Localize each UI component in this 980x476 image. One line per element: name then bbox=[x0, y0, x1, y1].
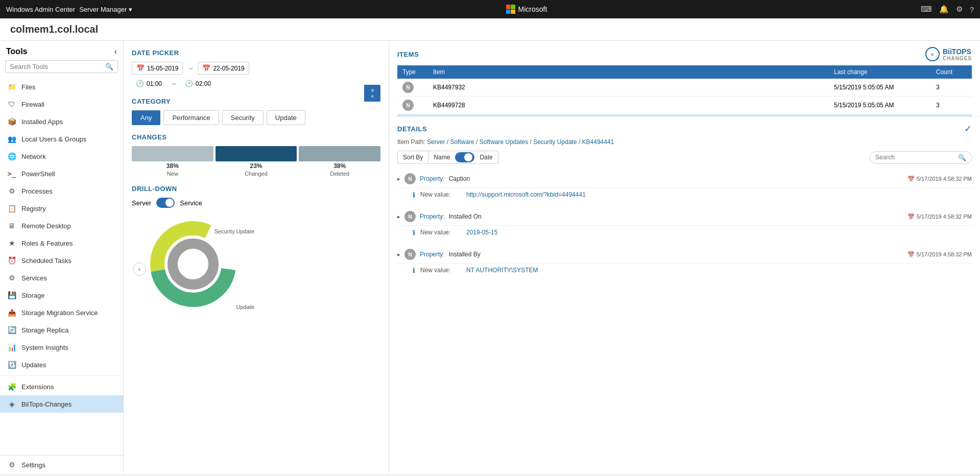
info-icon-caption: ℹ bbox=[413, 191, 415, 199]
sidebar-item-biitops[interactable]: ◈ BiiTops-Changes bbox=[0, 395, 123, 413]
change-item-header-caption: ▸ N Property: Caption 📅 5/17/2019 4:58:3… bbox=[397, 170, 972, 188]
sort-name-option[interactable]: Name bbox=[428, 151, 455, 163]
help-icon[interactable]: ? bbox=[970, 5, 974, 14]
sidebar-item-storage-migration[interactable]: 📤 Storage Migration Service bbox=[0, 304, 123, 321]
items-table-wrapper: Type Item Last change Count N KB4497932 … bbox=[397, 65, 972, 116]
biitops-sidebar-tab[interactable]: ≡ ≡ bbox=[364, 85, 380, 102]
change-item-installed-by: ▸ N Property: Installed By 📅 5/17/2019 4… bbox=[397, 246, 972, 277]
terminal-icon[interactable]: ⌨ bbox=[921, 5, 932, 14]
details-search-box[interactable]: 🔍 bbox=[870, 151, 972, 164]
new-value-label-installed-by: New value: bbox=[420, 267, 461, 274]
sidebar-item-roles-features[interactable]: ★ Roles & Features bbox=[0, 234, 123, 252]
calendar-from-icon: 📅 bbox=[136, 64, 145, 72]
storage-replica-icon: 🔄 bbox=[7, 326, 16, 334]
path-sep-2: / bbox=[476, 138, 480, 146]
path-software[interactable]: Software bbox=[450, 138, 474, 146]
category-performance-button[interactable]: Performance bbox=[163, 110, 219, 125]
table-row[interactable]: N KB4497932 5/15/2019 5:05:05 AM 3 bbox=[397, 79, 972, 97]
sidebar-item-network[interactable]: 🌐 Network bbox=[0, 148, 123, 165]
sidebar-item-local-users[interactable]: 👥 Local Users & Groups bbox=[0, 130, 123, 148]
table-row[interactable]: N KB4499728 5/15/2019 5:05:05 AM 3 bbox=[397, 97, 972, 114]
sidebar-item-firewall[interactable]: 🛡 Firewall bbox=[0, 96, 123, 113]
sidebar: Tools ‹ 🔍 📁 Files 🛡 Firewall 📦 Installed… bbox=[0, 41, 124, 474]
donut-prev-button[interactable]: ‹ bbox=[133, 263, 146, 276]
details-search-icon[interactable]: 🔍 bbox=[958, 154, 966, 161]
details-search-input[interactable] bbox=[875, 154, 955, 161]
system-insights-icon: 📊 bbox=[7, 343, 16, 351]
change-arrow-installed-by[interactable]: ▸ bbox=[397, 251, 400, 258]
microsoft-logo bbox=[506, 5, 515, 14]
change-changed-label: Changed bbox=[245, 171, 268, 177]
change-date-installed-by: 📅 5/17/2019 4:58:32 PM bbox=[907, 251, 972, 258]
sidebar-title: Tools bbox=[6, 47, 27, 56]
biitops-tab-icon: ≡ bbox=[370, 89, 375, 92]
from-time-box[interactable]: 🕐 01:00 bbox=[132, 78, 166, 89]
sidebar-item-label: Storage Migration Service bbox=[21, 309, 98, 317]
type-badge: N bbox=[402, 82, 414, 93]
sidebar-item-label: Remote Desktop bbox=[21, 222, 71, 230]
sidebar-item-label: System Insights bbox=[21, 344, 68, 351]
sort-date-option[interactable]: Date bbox=[474, 151, 497, 163]
bell-icon[interactable]: 🔔 bbox=[939, 5, 949, 14]
path-kb[interactable]: KB4494441 bbox=[582, 138, 614, 146]
biitops-brand: ≡ BiiTOPS CHANGES bbox=[925, 47, 972, 61]
category-update-button[interactable]: Update bbox=[267, 110, 305, 125]
biitops-icon: ◈ bbox=[7, 400, 16, 408]
search-icon[interactable]: 🔍 bbox=[105, 63, 113, 70]
change-arrow-caption[interactable]: ▸ bbox=[397, 176, 400, 182]
change-type-badge-installed-on: N bbox=[404, 211, 416, 222]
drilldown-toggle[interactable] bbox=[156, 198, 175, 208]
services-icon: ⚙ bbox=[7, 274, 16, 282]
from-date-value: 15-05-2019 bbox=[147, 65, 178, 72]
server-manager-button[interactable]: Server Manager ▾ bbox=[79, 6, 132, 13]
from-date-box[interactable]: 📅 15-05-2019 bbox=[132, 62, 183, 75]
to-date-box[interactable]: 📅 22-05-2019 bbox=[198, 62, 249, 75]
change-date-value-installed-by: 5/17/2019 4:58:32 PM bbox=[917, 251, 972, 257]
details-header: DETAILS ✓ bbox=[397, 123, 972, 134]
path-security-update[interactable]: Security Update bbox=[533, 138, 577, 146]
to-time-box[interactable]: 🕑 02:00 bbox=[181, 78, 215, 89]
sidebar-item-registry[interactable]: 📋 Registry bbox=[0, 200, 123, 217]
category-any-button[interactable]: Any bbox=[132, 110, 160, 125]
topbar-right: ⌨ 🔔 ⚙ ? bbox=[921, 5, 974, 14]
sidebar-item-extensions[interactable]: 🧩 Extensions bbox=[0, 378, 123, 395]
change-deleted-label: Deleted bbox=[330, 171, 349, 177]
to-date-value: 22-05-2019 bbox=[213, 65, 244, 72]
sidebar-search-box[interactable]: 🔍 bbox=[5, 60, 118, 73]
settings-icon[interactable]: ⚙ bbox=[956, 5, 963, 14]
settings-item[interactable]: ⚙ Settings bbox=[0, 455, 123, 474]
local-users-icon: 👥 bbox=[7, 135, 16, 143]
path-software-updates[interactable]: Software Updates bbox=[480, 138, 528, 146]
search-input[interactable] bbox=[10, 63, 102, 70]
change-property-value-installed-by: Installed By bbox=[449, 251, 481, 258]
sidebar-item-system-insights[interactable]: 📊 System Insights bbox=[0, 339, 123, 356]
path-server[interactable]: Server bbox=[427, 138, 445, 146]
sidebar-collapse-button[interactable]: ‹ bbox=[114, 47, 117, 56]
table-row-selected[interactable]: N KB4494441 5/17/2019 4:58:32 PM 3 bbox=[397, 114, 972, 117]
details-collapse-button[interactable]: ✓ bbox=[964, 123, 972, 134]
biitops-brand-subtitle: CHANGES bbox=[943, 56, 972, 61]
sidebar-item-storage[interactable]: 💾 Storage bbox=[0, 287, 123, 304]
settings-gear-icon: ⚙ bbox=[7, 461, 16, 469]
calendar-icon-caption: 📅 bbox=[907, 176, 915, 182]
sidebar-item-installed-apps[interactable]: 📦 Installed Apps bbox=[0, 113, 123, 130]
sidebar-item-processes[interactable]: ⚙ Processes bbox=[0, 182, 123, 200]
change-item-header-installed-on: ▸ N Property: Installed On 📅 5/17/2019 4… bbox=[397, 208, 972, 226]
sidebar-item-storage-replica[interactable]: 🔄 Storage Replica bbox=[0, 321, 123, 339]
new-value-label-caption: New value: bbox=[420, 191, 461, 198]
change-arrow-installed-on[interactable]: ▸ bbox=[397, 213, 400, 220]
row-last-change: 5/17/2019 4:58:32 PM bbox=[829, 114, 931, 117]
sort-toggle[interactable] bbox=[455, 152, 474, 162]
sidebar-item-remote-desktop[interactable]: 🖥 Remote Desktop bbox=[0, 217, 123, 234]
sidebar-item-updates[interactable]: 🔃 Updates bbox=[0, 356, 123, 373]
category-security-button[interactable]: Security bbox=[222, 110, 264, 125]
sidebar-item-scheduled-tasks[interactable]: ⏰ Scheduled Tasks bbox=[0, 252, 123, 269]
sidebar-items-list: 📁 Files 🛡 Firewall 📦 Installed Apps 👥 Lo… bbox=[0, 78, 123, 455]
powershell-icon: >_ bbox=[7, 170, 16, 178]
new-value-text-installed-by: NT AUTHORITY\SYSTEM bbox=[466, 267, 538, 274]
sidebar-item-powershell[interactable]: >_ PowerShell bbox=[0, 165, 123, 182]
sidebar-item-services[interactable]: ⚙ Services bbox=[0, 269, 123, 287]
to-time-value: 02:00 bbox=[196, 80, 211, 87]
change-type-badge-caption: N bbox=[404, 173, 416, 184]
sidebar-item-files[interactable]: 📁 Files bbox=[0, 78, 123, 96]
